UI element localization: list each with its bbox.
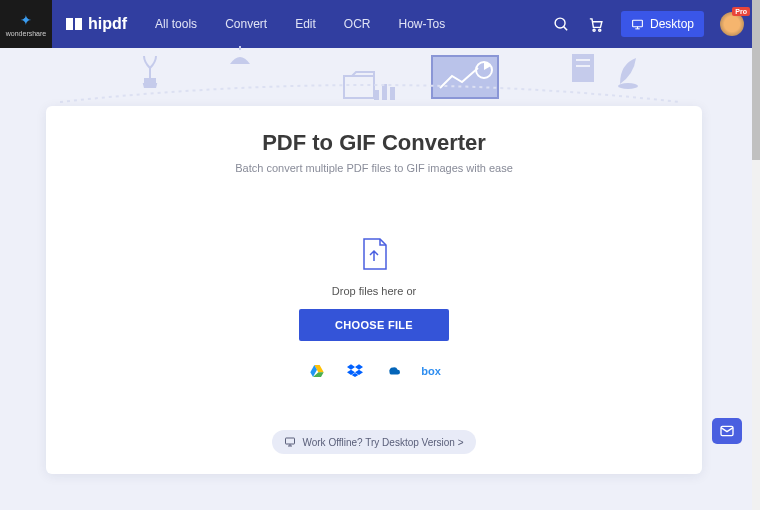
scrollbar[interactable] [752,0,760,510]
nav-right: Desktop Pro [553,11,744,37]
svg-point-2 [556,18,566,28]
page-subtitle: Batch convert multiple PDF files to GIF … [76,162,672,174]
wondershare-label: wondershare [6,30,46,37]
svg-point-5 [599,29,601,31]
svg-rect-15 [432,56,498,98]
top-navbar: ✦ wondershare hipdf All tools Convert Ed… [0,0,760,48]
nav-all-tools[interactable]: All tools [155,17,197,31]
svg-rect-12 [374,90,379,100]
bars-icon [372,76,402,106]
svg-point-4 [593,29,595,31]
user-avatar[interactable]: Pro [720,12,744,36]
box-icon[interactable]: box [423,363,439,379]
svg-rect-17 [572,54,594,82]
nav-edit[interactable]: Edit [295,17,316,31]
upload-file-icon [360,237,388,271]
svg-rect-21 [286,438,295,444]
cart-icon[interactable] [587,15,605,33]
document-icon [570,52,600,86]
choose-file-button[interactable]: CHOOSE FILE [299,309,449,341]
svg-rect-0 [66,18,73,30]
cloud-sources-row: box [309,363,439,379]
google-drive-icon[interactable] [309,363,325,379]
svg-point-20 [618,83,638,89]
desktop-button-label: Desktop [650,17,694,31]
svg-rect-1 [75,18,82,30]
hipdf-brand[interactable]: hipdf [66,15,127,33]
svg-rect-13 [382,84,387,100]
nav-ocr[interactable]: OCR [344,17,371,31]
curve-line [60,78,680,108]
folder-icon [340,64,380,104]
lamp-icon [220,46,260,86]
envelope-icon [719,423,735,439]
svg-rect-11 [344,76,374,98]
nav-convert[interactable]: Convert [225,17,267,31]
wondershare-brand-block[interactable]: ✦ wondershare [0,0,52,48]
nav-howtos[interactable]: How-Tos [399,17,446,31]
svg-rect-6 [633,20,643,27]
desktop-icon [631,18,644,31]
file-dropzone[interactable]: Drop files here or CHOOSE FILE box [76,202,672,414]
desktop-button[interactable]: Desktop [621,11,704,37]
dropzone-label: Drop files here or [332,285,416,297]
pro-badge: Pro [732,7,750,16]
dropbox-icon[interactable] [347,363,363,379]
onedrive-icon[interactable] [385,363,401,379]
page-title: PDF to GIF Converter [76,130,672,156]
plant-icon [130,48,170,88]
svg-line-3 [564,26,568,30]
scrollbar-thumb[interactable] [752,0,760,160]
search-icon[interactable] [553,15,571,33]
svg-rect-9 [144,78,156,88]
offline-pill-label: Work Offline? Try Desktop Version > [302,437,463,448]
offline-pill[interactable]: Work Offline? Try Desktop Version > [272,430,475,454]
download-icon [284,436,296,448]
main-nav: All tools Convert Edit OCR How-Tos [155,17,445,31]
svg-rect-14 [390,87,395,100]
wondershare-logo-icon: ✦ [20,12,32,28]
brand-name: hipdf [88,15,127,33]
decorative-background [0,48,760,108]
quill-icon [614,54,644,90]
svg-point-16 [476,62,492,78]
main-card: PDF to GIF Converter Batch convert multi… [46,106,702,474]
hipdf-logo-icon [66,16,82,32]
chat-button[interactable] [712,418,742,444]
chart-screen-icon [430,54,500,100]
